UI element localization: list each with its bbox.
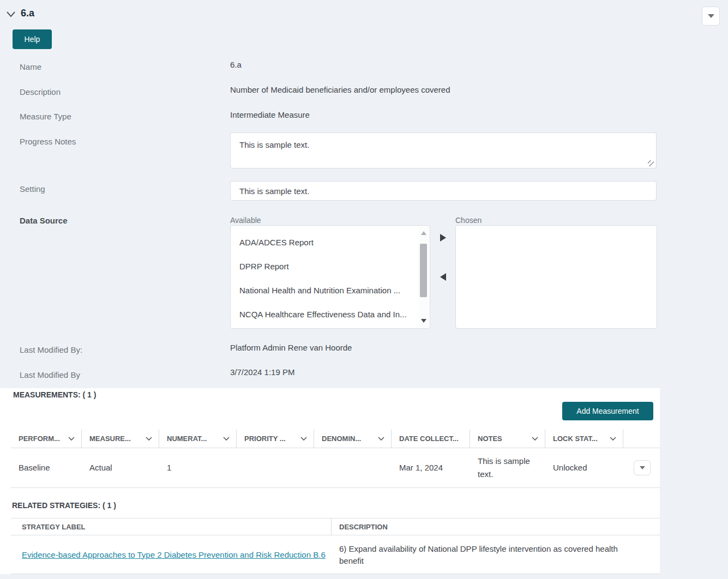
strategy-link[interactable]: Evidence-based Approaches to Type 2 Diab… bbox=[22, 550, 326, 559]
progress-notes-textarea[interactable]: This is sample text. bbox=[230, 132, 657, 168]
available-listbox[interactable]: ADA/ADCES Report DPRP Report National He… bbox=[230, 225, 430, 329]
cell-numerator: 1 bbox=[159, 448, 237, 487]
cell-strategy-description: 6) Expand availability of National DPP l… bbox=[332, 535, 660, 574]
collapse-chevron-icon[interactable] bbox=[5, 10, 17, 20]
row-menu-button[interactable] bbox=[634, 460, 651, 475]
chevron-down-icon bbox=[378, 437, 384, 441]
page-title: 6.a bbox=[21, 8, 34, 19]
measure-type-label: Measure Type bbox=[20, 112, 71, 121]
last-modified-by-date-label: Last Modified By bbox=[20, 370, 80, 379]
chevron-down-icon bbox=[640, 466, 645, 469]
scrollbar[interactable] bbox=[418, 226, 429, 328]
column-header-date-collected[interactable]: DATE COLLECT... bbox=[392, 430, 470, 448]
scroll-up-icon[interactable] bbox=[421, 231, 426, 235]
measurement-table-row: Baseline Actual 1 Mar 1, 2024 This is sa… bbox=[11, 448, 660, 488]
column-header-performance[interactable]: PERFORM... bbox=[11, 430, 82, 448]
column-header-strategy-label: STRATEGY LABEL bbox=[11, 518, 332, 535]
available-item[interactable]: National Health and Nutrition Examinatio… bbox=[231, 278, 418, 302]
column-header-description: DESCRIPTION bbox=[332, 518, 660, 535]
setting-input[interactable] bbox=[230, 181, 657, 201]
cell-strategy-label: Evidence-based Approaches to Type 2 Diab… bbox=[11, 535, 332, 574]
description-value: Number of Medicaid beneficiaries and/or … bbox=[230, 85, 450, 94]
related-strategy-row: Evidence-based Approaches to Type 2 Diab… bbox=[11, 535, 660, 574]
setting-label: Setting bbox=[20, 184, 45, 194]
section-menu-button[interactable] bbox=[702, 7, 720, 26]
column-header-lock-status[interactable]: LOCK STAT... bbox=[545, 430, 623, 448]
chevron-down-icon bbox=[532, 437, 538, 441]
chosen-listbox[interactable] bbox=[455, 225, 657, 329]
chevron-down-icon bbox=[610, 437, 616, 441]
cell-measure: Actual bbox=[82, 448, 159, 487]
last-modified-by-date-value: 3/7/2024 1:19 PM bbox=[230, 367, 294, 377]
description-label: Description bbox=[20, 87, 61, 96]
cell-notes: This is sample text. bbox=[470, 448, 545, 487]
related-strategies-header-row: STRATEGY LABEL DESCRIPTION bbox=[11, 518, 660, 535]
help-button[interactable]: Help bbox=[13, 29, 52, 49]
data-source-label: Data Source bbox=[20, 216, 68, 225]
available-item[interactable]: ADA/ADCES Report bbox=[231, 230, 418, 254]
cell-denominator bbox=[314, 448, 392, 487]
available-item[interactable]: NCQA Healthcare Effectiveness Data and I… bbox=[231, 302, 418, 326]
column-header-numerator[interactable]: NUMERAT... bbox=[159, 430, 237, 448]
cell-lock-status: Unlocked bbox=[545, 448, 623, 487]
column-header-notes[interactable]: NOTES bbox=[470, 430, 545, 448]
cell-performance: Baseline bbox=[11, 448, 82, 487]
measurements-title: MEASUREMENTS: ( 1 ) bbox=[13, 390, 96, 399]
add-measurement-button[interactable]: Add Measurement bbox=[562, 402, 653, 420]
measure-type-value: Intermediate Measure bbox=[230, 110, 310, 119]
name-value: 6.a bbox=[230, 60, 242, 69]
chevron-down-icon bbox=[68, 437, 75, 441]
column-header-priority[interactable]: PRIORITY ... bbox=[237, 430, 314, 448]
related-strategies-title: RELATED STRATEGIES: ( 1 ) bbox=[12, 501, 116, 510]
available-item[interactable]: DPRP Report bbox=[231, 254, 418, 278]
scrollbar-thumb[interactable] bbox=[420, 244, 427, 297]
cell-priority bbox=[237, 448, 314, 487]
column-header-denominator[interactable]: DENOMIN... bbox=[314, 430, 392, 448]
move-to-available-button[interactable] bbox=[440, 273, 446, 281]
last-modified-by-name-label: Last Modified By: bbox=[20, 345, 82, 354]
cell-actions bbox=[623, 448, 660, 487]
chevron-down-icon bbox=[300, 437, 307, 441]
measurements-panel: MEASUREMENTS: ( 1 ) Add Measurement PERF… bbox=[0, 388, 660, 574]
column-header-actions bbox=[623, 430, 660, 448]
chevron-down-icon bbox=[223, 437, 230, 441]
cell-date-collected: Mar 1, 2024 bbox=[392, 448, 470, 487]
scroll-down-icon[interactable] bbox=[421, 319, 426, 323]
progress-notes-label: Progress Notes bbox=[20, 137, 76, 146]
chevron-down-icon bbox=[708, 14, 714, 18]
column-header-measure[interactable]: MEASURE... bbox=[82, 430, 159, 448]
chosen-label: Chosen bbox=[455, 216, 482, 225]
move-to-chosen-button[interactable] bbox=[440, 234, 446, 242]
last-modified-by-name-value: Platform Admin Rene van Hoorde bbox=[230, 343, 352, 352]
measurements-header-row: PERFORM... MEASURE... NUMERAT... PRIORIT… bbox=[11, 430, 660, 448]
name-label: Name bbox=[20, 62, 41, 71]
available-label: Available bbox=[230, 216, 261, 225]
chevron-down-icon bbox=[146, 437, 152, 441]
